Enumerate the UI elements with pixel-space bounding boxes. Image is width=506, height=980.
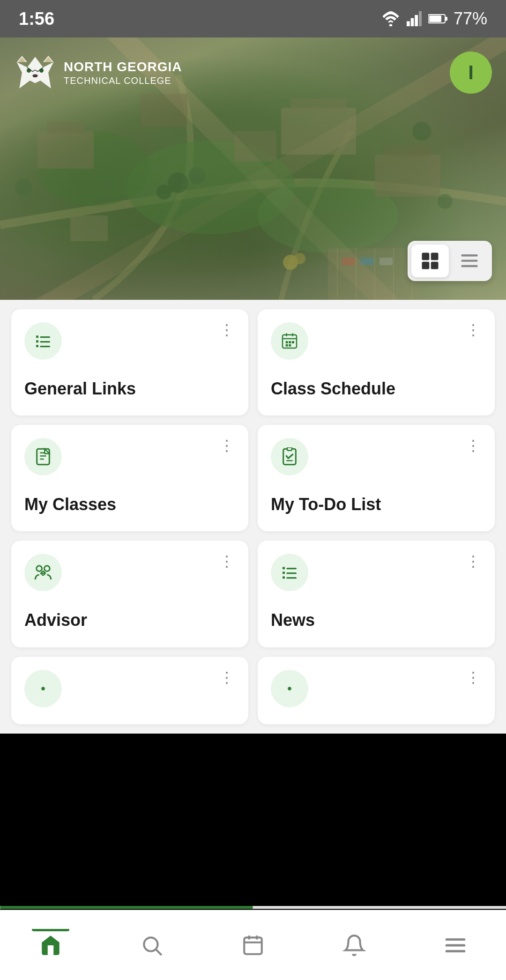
svg-rect-18	[70, 215, 108, 241]
svg-rect-11	[37, 131, 94, 169]
my-classes-icon	[24, 438, 62, 475]
svg-rect-59	[292, 341, 294, 343]
nav-calendar[interactable]	[232, 929, 274, 962]
home-icon	[39, 934, 62, 957]
card-header: ⋮	[271, 438, 482, 475]
svg-point-80	[144, 937, 157, 951]
my-todo-card[interactable]: ⋮ My To-Do List	[258, 425, 495, 531]
svg-rect-12	[47, 122, 84, 134]
my-classes-card[interactable]: ⋮ My Classes	[11, 425, 248, 531]
general-links-icon	[24, 322, 62, 360]
svg-rect-58	[289, 341, 291, 343]
scroll-progress-fill	[0, 906, 253, 909]
svg-point-70	[45, 566, 50, 572]
card7-menu[interactable]: ⋮	[219, 670, 235, 685]
card-header: ⋮	[271, 670, 482, 707]
my-todo-menu[interactable]: ⋮	[466, 438, 482, 453]
svg-rect-51	[36, 345, 38, 347]
svg-point-32	[412, 122, 431, 141]
view-toggle	[408, 241, 492, 281]
news-menu[interactable]: ⋮	[466, 554, 482, 569]
my-classes-label: My Classes	[24, 494, 235, 514]
svg-rect-48	[40, 336, 50, 338]
nav-home[interactable]	[30, 929, 72, 962]
wifi-icon	[381, 11, 400, 26]
svg-rect-43	[431, 262, 439, 269]
svg-rect-4	[419, 11, 422, 26]
advisor-label: Advisor	[24, 610, 235, 630]
bottom-navigation	[0, 910, 506, 980]
svg-rect-52	[40, 346, 50, 347]
svg-rect-7	[429, 15, 441, 22]
svg-line-81	[156, 950, 161, 955]
advisor-card[interactable]: ⋮ Advisor	[11, 541, 248, 647]
college-logo[interactable]: NORTH GEORGIA TECHNICAL COLLEGE	[14, 52, 182, 94]
svg-rect-3	[415, 15, 418, 26]
svg-rect-40	[422, 253, 430, 260]
general-links-card[interactable]: ⋮ General Links	[11, 309, 248, 416]
svg-rect-26	[342, 258, 355, 265]
svg-rect-44	[461, 254, 478, 256]
class-schedule-card[interactable]: ⋮ Class Schedule	[258, 309, 495, 416]
class-schedule-menu[interactable]: ⋮	[466, 322, 482, 337]
college-name-line1: NORTH GEORGIA	[64, 59, 182, 75]
news-label: News	[271, 610, 482, 630]
status-icons: 77%	[381, 9, 487, 29]
svg-point-37	[27, 68, 31, 73]
cards-grid: ⋮ General Links ⋮ Class Schedu	[0, 300, 506, 734]
grid-view-button[interactable]	[411, 245, 449, 277]
nav-search[interactable]	[131, 929, 173, 962]
svg-rect-49	[36, 340, 38, 342]
svg-rect-27	[361, 258, 374, 265]
svg-point-38	[39, 68, 44, 73]
card8-icon	[271, 670, 308, 707]
battery-icon	[428, 12, 448, 25]
card-header: ⋮	[271, 554, 482, 591]
nav-notifications[interactable]	[333, 929, 375, 962]
hamburger-icon	[444, 934, 467, 957]
list-view-button[interactable]	[451, 245, 488, 277]
svg-rect-75	[286, 572, 297, 574]
nav-menu[interactable]	[434, 929, 476, 962]
svg-rect-82	[244, 937, 262, 954]
my-classes-menu[interactable]: ⋮	[219, 438, 235, 453]
wolf-logo-icon	[14, 52, 56, 94]
card-header: ⋮	[24, 554, 235, 591]
svg-rect-73	[286, 568, 297, 569]
college-name: NORTH GEORGIA TECHNICAL COLLEGE	[64, 59, 182, 86]
svg-rect-57	[286, 341, 288, 343]
bell-icon	[342, 934, 366, 957]
svg-rect-13	[281, 108, 356, 155]
nav-active-indicator	[32, 929, 69, 931]
search-icon	[140, 934, 164, 957]
hero-section: NORTH GEORGIA TECHNICAL COLLEGE I	[0, 37, 506, 300]
scroll-progress-bar	[0, 906, 506, 909]
svg-rect-42	[422, 262, 430, 269]
college-name-line2: TECHNICAL COLLEGE	[64, 75, 182, 86]
card7[interactable]: ⋮	[11, 657, 248, 724]
card-header: ⋮	[24, 438, 235, 475]
general-links-menu[interactable]: ⋮	[219, 322, 235, 337]
calendar-nav-icon	[241, 934, 265, 957]
user-avatar[interactable]: I	[450, 52, 492, 94]
svg-rect-47	[36, 335, 38, 338]
svg-point-34	[438, 194, 453, 209]
svg-rect-67	[287, 447, 292, 451]
card8-menu[interactable]: ⋮	[466, 670, 482, 685]
svg-rect-19	[234, 131, 276, 162]
svg-rect-2	[411, 18, 414, 26]
news-card[interactable]: ⋮ News	[258, 541, 495, 647]
svg-rect-1	[407, 21, 410, 26]
advisor-menu[interactable]: ⋮	[219, 554, 235, 569]
svg-rect-45	[461, 260, 478, 261]
card8[interactable]: ⋮	[258, 657, 495, 724]
svg-rect-28	[380, 258, 393, 265]
my-todo-label: My To-Do List	[271, 494, 482, 514]
svg-point-30	[188, 167, 205, 184]
status-time: 1:56	[19, 9, 54, 29]
svg-point-0	[389, 24, 392, 26]
svg-point-69	[37, 566, 42, 572]
general-links-label: General Links	[24, 379, 235, 399]
svg-point-31	[156, 185, 171, 200]
card-header: ⋮	[24, 670, 235, 707]
